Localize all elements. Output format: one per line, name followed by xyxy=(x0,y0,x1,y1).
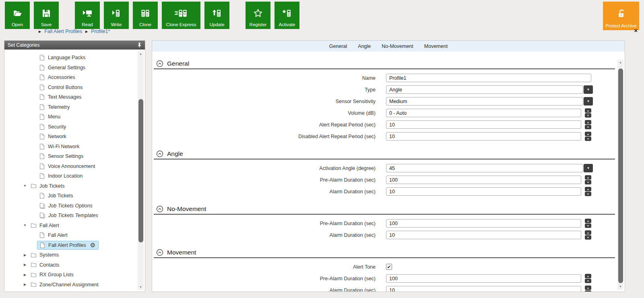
main-scroll-thumb[interactable] xyxy=(618,68,623,283)
sidebar-item-job-tickets[interactable]: Job Tickets xyxy=(4,191,137,201)
sidebar-item-security[interactable]: Security xyxy=(4,122,137,132)
sidebar-folder-zone-channel-assignment[interactable]: ▶ Zone/Channel Assignment xyxy=(4,280,137,290)
read-button[interactable]: Read xyxy=(75,2,100,29)
sidebar-item-job-tickets-templates[interactable]: Job Tickets Templates xyxy=(4,211,137,221)
arrow-down-icon[interactable]: ▼ xyxy=(585,137,591,141)
arrow-up-icon[interactable]: ▲ xyxy=(585,187,591,191)
nomove-alarm-input[interactable] xyxy=(386,231,581,239)
scroll-up-icon[interactable]: ▲ xyxy=(617,60,623,65)
activate-button[interactable]: Activate xyxy=(275,2,299,29)
write-button[interactable]: Write xyxy=(104,2,129,29)
breadcrumb-profile1[interactable]: Profile1* xyxy=(91,29,110,34)
arrow-down-icon[interactable]: ▼ xyxy=(585,125,591,129)
sensor-sensitivity-value[interactable] xyxy=(386,97,583,106)
name-input[interactable] xyxy=(386,74,591,82)
open-button[interactable]: Open xyxy=(5,2,30,29)
sidebar-item-accessories[interactable]: Accessories xyxy=(4,72,137,83)
move-pre-alarm-input[interactable] xyxy=(386,274,581,283)
chevron-collapsed-icon[interactable]: ▶ xyxy=(23,283,27,286)
sidebar-item-text-messages[interactable]: Text Messages xyxy=(4,92,137,102)
chevron-down-icon[interactable]: ▼ xyxy=(584,85,593,94)
sidebar-item-wifi-network[interactable]: Wi-Fi Network xyxy=(4,142,137,152)
scroll-down-icon[interactable]: ▼ xyxy=(138,284,144,290)
pin-icon[interactable] xyxy=(137,42,142,48)
arrow-up-icon[interactable]: ▲ xyxy=(585,120,591,124)
sidebar-item-voice-announcement[interactable]: Voice Announcement xyxy=(4,161,137,172)
arrow-up-icon[interactable]: ▲ xyxy=(585,219,591,223)
sidebar-item-fall-alert[interactable]: Fall Alert xyxy=(4,230,137,240)
arrow-down-icon[interactable]: ▼ xyxy=(585,192,591,196)
save-button[interactable]: Save xyxy=(34,2,59,29)
arrow-down-icon[interactable]: ▼ xyxy=(585,180,591,184)
sidebar-item-indoor-location[interactable]: Indoor Location xyxy=(4,171,137,181)
main-scrollbar[interactable]: ▲ ▼ xyxy=(617,60,623,290)
arrow-down-icon[interactable]: ▼ xyxy=(585,290,591,292)
clone-button[interactable]: Clone xyxy=(133,2,158,29)
arrow-down-icon[interactable]: ▼ xyxy=(585,279,591,283)
arrow-up-icon[interactable]: ▲ xyxy=(585,286,591,290)
arrow-down-icon[interactable]: ▼ xyxy=(585,224,591,228)
sidebar-folder-systems[interactable]: ▶ Systems xyxy=(4,250,137,260)
sidebar-item-fall-alert-profiles[interactable]: Fall Alert Profiles ⚙ xyxy=(4,240,137,250)
arrow-up-icon[interactable]: ▲ xyxy=(585,230,591,235)
sidebar-item-job-tickets-options[interactable]: Job Tickets Options xyxy=(4,201,137,211)
disabled-alert-repeat-input[interactable] xyxy=(386,132,581,141)
alert-tone-checkbox[interactable]: ✔ xyxy=(386,264,392,270)
sidebar-folder-fall-alert[interactable]: ▼ Fall Alert xyxy=(4,221,137,231)
sidebar-item-network[interactable]: Network xyxy=(4,132,137,142)
collapse-chevron-icon[interactable] xyxy=(156,205,163,213)
type-select[interactable]: ▼ xyxy=(386,85,593,94)
chevron-collapsed-icon[interactable]: ▶ xyxy=(23,273,27,277)
register-button[interactable]: Register xyxy=(246,2,270,29)
sensor-sensitivity-select[interactable]: ▼ xyxy=(386,97,593,106)
collapse-chevron-icon[interactable] xyxy=(156,60,163,67)
gear-icon[interactable]: ⚙ xyxy=(90,242,95,248)
sidebar-folder-contacts[interactable]: ▶ Contacts xyxy=(4,260,137,270)
protect-archive-button[interactable]: Protect Archive xyxy=(603,2,639,30)
sidebar-item-language-packs[interactable]: Language Packs xyxy=(4,53,137,63)
arrow-up-icon[interactable]: ▲ xyxy=(585,274,591,278)
volume-input[interactable] xyxy=(386,109,581,117)
sidebar-scroll-thumb[interactable] xyxy=(138,99,143,242)
arrow-up-icon[interactable]: ▲ xyxy=(585,132,591,136)
collapse-chevron-icon[interactable] xyxy=(156,150,163,157)
breadcrumb-fall-alert-profiles[interactable]: Fall Alert Profiles xyxy=(44,29,82,34)
chevron-expanded-icon[interactable]: ▼ xyxy=(23,224,27,227)
chevron-collapsed-icon[interactable]: ▶ xyxy=(23,253,27,257)
sidebar-item-control-buttons[interactable]: Control Buttons xyxy=(4,83,137,93)
chevron-collapsed-icon[interactable]: ▶ xyxy=(23,263,27,267)
arrow-up-icon[interactable]: ▲ xyxy=(585,175,591,180)
angle-pre-alarm-input[interactable] xyxy=(386,176,581,184)
type-select-value[interactable] xyxy=(386,85,583,94)
tab-angle[interactable]: Angle xyxy=(358,43,371,49)
close-icon[interactable]: × xyxy=(634,27,638,33)
arrow-down-icon[interactable]: ▼ xyxy=(585,113,591,118)
angle-alarm-input[interactable] xyxy=(386,187,581,196)
nomove-pre-alarm-input[interactable] xyxy=(386,219,581,228)
tab-no-movement[interactable]: No-Movement xyxy=(382,43,413,49)
move-alarm-input[interactable] xyxy=(386,286,581,292)
tab-general[interactable]: General xyxy=(329,43,347,49)
sidebar-item-telemetry[interactable]: Telemetry xyxy=(4,102,137,112)
sidebar-folder-job-tickets[interactable]: ▼ Job Tickets xyxy=(4,181,137,191)
update-button[interactable]: Update xyxy=(204,2,229,29)
sidebar-item-sensor-settings[interactable]: Sensor Settings xyxy=(4,151,137,161)
chevron-expanded-icon[interactable]: ▼ xyxy=(23,184,27,188)
alert-repeat-input[interactable] xyxy=(386,120,581,129)
sidebar-folder-rx-group-lists[interactable]: ▶ RX Group Lists xyxy=(4,270,137,280)
selected-item-highlight[interactable]: Fall Alert Profiles ⚙ xyxy=(37,241,99,250)
activation-angle-select[interactable]: ▼ xyxy=(386,164,593,172)
arrow-down-icon[interactable]: ▼ xyxy=(585,235,591,240)
scroll-down-icon[interactable]: ▼ xyxy=(617,284,623,290)
scroll-up-icon[interactable]: ▲ xyxy=(138,51,144,57)
sidebar-scrollbar[interactable]: ▲ ▼ xyxy=(138,51,144,290)
chevron-down-icon[interactable]: ▼ xyxy=(584,97,593,106)
clone-express-button[interactable]: Clone Express xyxy=(162,2,200,29)
activation-angle-value[interactable] xyxy=(386,164,583,172)
chevron-down-icon[interactable]: ▼ xyxy=(584,164,593,172)
sidebar-item-general-settings[interactable]: General Settings xyxy=(4,63,137,73)
arrow-up-icon[interactable]: ▲ xyxy=(585,108,591,113)
sidebar-item-menu[interactable]: Menu xyxy=(4,112,137,122)
collapse-chevron-icon[interactable] xyxy=(156,249,163,256)
tab-movement[interactable]: Movement xyxy=(424,43,448,49)
